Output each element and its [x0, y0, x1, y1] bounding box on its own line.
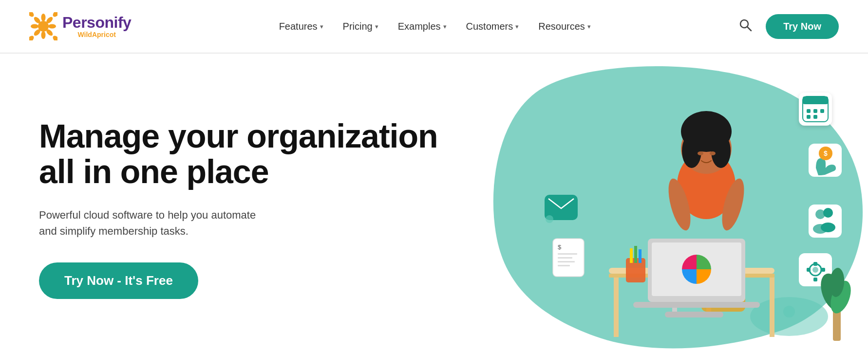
- svg-text:$: $: [558, 243, 562, 251]
- chevron-down-icon: ▾: [320, 23, 323, 30]
- nav-examples[interactable]: Examples ▾: [398, 21, 447, 32]
- svg-rect-51: [813, 109, 817, 113]
- svg-point-11: [48, 24, 56, 29]
- svg-point-33: [682, 134, 701, 168]
- hero-section: Manage your organization all in one plac…: [0, 54, 868, 354]
- svg-point-9: [41, 14, 46, 21]
- svg-rect-49: [803, 96, 828, 104]
- svg-text:$: $: [824, 149, 828, 157]
- svg-point-78: [783, 306, 795, 317]
- svg-point-77: [546, 215, 553, 223]
- svg-rect-46: [639, 249, 642, 263]
- svg-rect-73: [813, 262, 817, 266]
- svg-rect-75: [807, 268, 811, 272]
- svg-point-35: [698, 151, 703, 155]
- svg-rect-61: [558, 253, 577, 255]
- svg-rect-63: [558, 261, 575, 262]
- svg-rect-23: [770, 274, 774, 337]
- nav-pricing[interactable]: Pricing ▾: [343, 21, 378, 32]
- hero-subtitle: Powerful cloud software to help you auto…: [39, 207, 292, 239]
- main-header: Personify WildApricot Features ▾ Pricing…: [0, 0, 868, 54]
- try-now-button[interactable]: Try Now: [766, 14, 839, 39]
- svg-rect-50: [807, 109, 811, 113]
- nav-customers[interactable]: Customers ▾: [466, 21, 519, 32]
- hero-content: Manage your organization all in one plac…: [0, 54, 477, 354]
- svg-rect-54: [813, 115, 817, 119]
- try-free-button[interactable]: Try Now - It's Free: [39, 262, 198, 299]
- logo-name: Personify: [62, 15, 131, 30]
- header-actions: Try Now: [738, 14, 839, 39]
- svg-point-72: [812, 267, 818, 273]
- svg-point-6: [29, 35, 35, 40]
- chevron-down-icon: ▾: [443, 23, 447, 30]
- logo-area: Personify WildApricot: [29, 12, 131, 40]
- svg-rect-74: [813, 278, 817, 281]
- svg-point-36: [710, 151, 716, 155]
- search-button[interactable]: [738, 18, 752, 35]
- hero-svg: $ $: [477, 54, 868, 354]
- svg-rect-28: [665, 312, 723, 317]
- svg-point-4: [52, 35, 57, 40]
- nav-features[interactable]: Features ▾: [279, 21, 323, 32]
- svg-rect-45: [634, 246, 637, 263]
- hero-illustration: $ $: [477, 54, 868, 354]
- search-icon: [738, 18, 752, 32]
- hero-title: Manage your organization all in one plac…: [39, 118, 438, 190]
- svg-rect-22: [614, 274, 619, 337]
- svg-rect-76: [821, 268, 825, 272]
- svg-point-17: [38, 21, 49, 32]
- svg-rect-64: [558, 265, 570, 266]
- svg-point-15: [31, 24, 38, 29]
- svg-point-2: [52, 12, 57, 18]
- svg-point-69: [821, 223, 835, 232]
- svg-line-19: [748, 27, 752, 31]
- main-nav: Features ▾ Pricing ▾ Examples ▾ Customer…: [279, 21, 591, 32]
- logo-icon: [29, 12, 57, 40]
- svg-rect-52: [820, 109, 824, 113]
- svg-point-34: [711, 134, 731, 168]
- chevron-down-icon: ▾: [375, 23, 378, 30]
- svg-rect-62: [558, 257, 572, 259]
- logo-sub: WildApricot: [62, 31, 131, 38]
- logo-text: Personify WildApricot: [62, 15, 131, 38]
- svg-point-18: [740, 20, 748, 28]
- svg-point-8: [29, 12, 35, 18]
- svg-rect-44: [630, 248, 633, 263]
- svg-point-13: [41, 31, 46, 39]
- svg-point-67: [823, 208, 833, 218]
- svg-rect-42: [633, 302, 760, 308]
- svg-rect-53: [807, 115, 811, 119]
- chevron-down-icon: ▾: [587, 23, 591, 30]
- chevron-down-icon: ▾: [515, 23, 519, 30]
- nav-resources[interactable]: Resources ▾: [538, 21, 591, 32]
